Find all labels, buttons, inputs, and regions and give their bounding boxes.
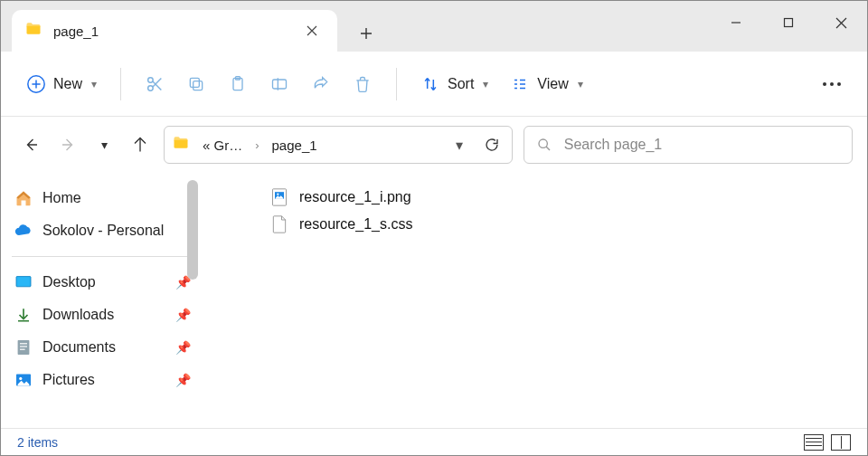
chevron-down-icon: ▾ <box>483 78 488 90</box>
navigation-row: ▾ « Gr… › page_1 ▾ <box>1 117 867 173</box>
folder-icon <box>24 20 42 42</box>
cloud-icon <box>14 221 33 241</box>
search-input[interactable] <box>564 137 839 153</box>
trash-icon <box>353 74 373 94</box>
refresh-icon <box>484 137 500 153</box>
window-close-button[interactable] <box>815 1 867 44</box>
rename-icon <box>269 74 289 94</box>
svg-point-12 <box>539 139 547 147</box>
svg-point-23 <box>277 194 278 195</box>
file-item[interactable]: resource_1_i.png <box>216 184 849 211</box>
sort-button[interactable]: Sort ▾ <box>411 66 497 102</box>
file-name: resource_1_i.png <box>299 189 411 205</box>
search-box[interactable] <box>524 126 853 164</box>
window-minimize-button[interactable] <box>710 1 762 44</box>
pin-icon: 📌 <box>175 308 191 322</box>
sidebar-separator <box>12 256 194 257</box>
arrow-left-icon <box>24 137 40 153</box>
new-button[interactable]: New ▾ <box>17 66 106 102</box>
sidebar-item-onedrive[interactable]: Sokolov - Personal <box>1 214 198 247</box>
navigation-pane: Home Sokolov - Personal Desktop 📌 Downlo… <box>1 173 198 428</box>
refresh-button[interactable] <box>479 132 505 157</box>
nav-back-button[interactable] <box>19 132 44 157</box>
sidebar-item-home[interactable]: Home <box>1 182 198 214</box>
status-item-count: 2 items <box>17 435 58 450</box>
new-plus-icon <box>26 74 46 94</box>
plus-icon <box>360 27 373 40</box>
new-button-label: New <box>53 76 82 92</box>
sidebar-scrollbar[interactable] <box>187 180 198 280</box>
breadcrumb-current[interactable]: page_1 <box>267 134 323 157</box>
details-view-button[interactable] <box>804 434 824 451</box>
arrow-up-icon <box>132 137 148 153</box>
sidebar-item-desktop[interactable]: Desktop 📌 <box>1 266 198 299</box>
svg-rect-5 <box>190 78 199 87</box>
share-button[interactable] <box>302 66 340 102</box>
svg-rect-18 <box>20 349 25 350</box>
chevron-down-icon: ▾ <box>578 78 583 90</box>
svg-rect-16 <box>20 343 27 344</box>
toolbar-separator <box>120 68 121 100</box>
folder-icon <box>172 134 190 156</box>
clipboard-icon <box>228 74 248 94</box>
sidebar-item-label: Documents <box>42 339 116 356</box>
rename-button[interactable] <box>260 66 298 102</box>
address-bar[interactable]: « Gr… › page_1 ▾ <box>164 126 513 164</box>
view-mode-toggles <box>804 434 851 451</box>
cut-button[interactable] <box>136 66 174 102</box>
nav-recent-button[interactable]: ▾ <box>91 132 117 157</box>
svg-point-9 <box>823 82 826 86</box>
close-icon <box>307 25 317 36</box>
main-area: Home Sokolov - Personal Desktop 📌 Downlo… <box>1 173 867 428</box>
toolbar: New ▾ Sort ▾ View ▾ <box>1 52 867 117</box>
home-icon <box>14 188 33 208</box>
sidebar-item-label: Pictures <box>42 372 95 388</box>
svg-point-11 <box>837 82 841 86</box>
toolbar-separator <box>396 68 397 100</box>
tab-title: page_1 <box>53 24 288 39</box>
sidebar-item-label: Downloads <box>42 307 114 323</box>
title-bar: page_1 <box>1 1 867 52</box>
file-item[interactable]: resource_1_s.css <box>216 211 849 238</box>
svg-point-20 <box>19 377 22 380</box>
paste-button[interactable] <box>219 66 257 102</box>
sidebar-item-pictures[interactable]: Pictures 📌 <box>1 364 198 396</box>
view-icon <box>510 74 530 94</box>
svg-rect-13 <box>16 277 31 287</box>
sidebar-item-label: Sokolov - Personal <box>42 223 164 239</box>
delete-button[interactable] <box>344 66 382 102</box>
sort-icon <box>420 74 440 94</box>
sort-label: Sort <box>448 76 474 92</box>
generic-file-icon <box>270 215 288 233</box>
svg-rect-4 <box>193 81 203 90</box>
scissors-icon <box>145 74 165 94</box>
new-tab-button[interactable] <box>348 15 384 52</box>
window-maximize-button[interactable] <box>762 1 815 44</box>
share-icon <box>311 74 331 94</box>
copy-button[interactable] <box>177 66 215 102</box>
image-file-icon <box>270 188 288 206</box>
file-list-pane[interactable]: resource_1_i.png resource_1_s.css <box>198 173 867 428</box>
breadcrumb-overflow[interactable]: « Gr… <box>197 134 248 157</box>
nav-forward-button[interactable] <box>55 132 80 157</box>
thumbnails-view-button[interactable] <box>831 434 851 451</box>
window-controls <box>710 1 867 44</box>
pin-icon: 📌 <box>175 373 191 387</box>
more-button[interactable] <box>813 66 851 102</box>
tab-current[interactable]: page_1 <box>12 10 337 52</box>
svg-rect-15 <box>18 340 30 355</box>
document-icon <box>14 337 33 357</box>
sidebar-item-downloads[interactable]: Downloads 📌 <box>1 299 198 331</box>
nav-up-button[interactable] <box>127 132 153 157</box>
address-dropdown-button[interactable]: ▾ <box>447 132 472 157</box>
sidebar-item-label: Home <box>42 190 81 206</box>
close-icon <box>835 17 847 29</box>
svg-point-10 <box>830 82 834 86</box>
copy-icon <box>186 74 206 94</box>
download-icon <box>14 305 33 325</box>
desktop-icon <box>14 272 33 292</box>
sidebar-item-documents[interactable]: Documents 📌 <box>1 331 198 364</box>
view-button[interactable]: View ▾ <box>501 66 591 102</box>
tab-close-button[interactable] <box>299 18 325 43</box>
ellipsis-icon <box>822 74 842 94</box>
